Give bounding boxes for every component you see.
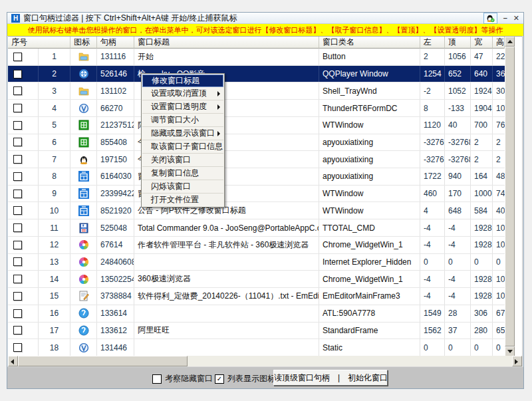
table-cell: -4 <box>420 237 445 253</box>
read-handles-button[interactable]: 读顶级窗口句柄 | 初始化窗口列表 <box>273 370 388 386</box>
row-checkbox[interactable] <box>13 223 22 232</box>
table-cell: 开始 <box>134 49 319 65</box>
context-menu-item[interactable]: 设置窗口透明度 <box>142 100 223 114</box>
column-header[interactable]: 宽 <box>471 37 493 49</box>
context-menu-item[interactable]: 调节窗口大小 <box>142 114 223 127</box>
table-row[interactable]: 1324840608Internet Explorer_Hidden0000 <box>8 254 505 271</box>
row-checkbox[interactable] <box>13 190 22 198</box>
row-checkbox[interactable] <box>13 292 22 301</box>
scroll-down-button[interactable] <box>505 346 515 356</box>
context-menu-item[interactable]: 修改窗口标题 <box>142 74 223 87</box>
table-row[interactable]: 108521920公告 - 阿P软件之修改窗口标题WTWindow4648584… <box>8 202 505 219</box>
column-header[interactable]: 图标 <box>70 37 97 49</box>
table-cell: Button <box>319 49 420 65</box>
context-menu-item[interactable]: 复制窗口信息 <box>142 167 223 180</box>
column-header[interactable]: 顶 <box>445 37 471 49</box>
horizontal-scrollbar[interactable] <box>8 356 522 366</box>
context-menu-item[interactable]: 隐藏或显示该窗口 <box>142 127 223 140</box>
row-checkbox[interactable] <box>13 275 22 283</box>
row-checkbox[interactable] <box>13 121 22 130</box>
column-header[interactable]: 窗口标题 <box>134 37 319 49</box>
table-cell: -4 <box>420 288 445 305</box>
column-header[interactable]: 窗口类名 <box>319 37 420 49</box>
row-checkbox[interactable] <box>13 257 22 266</box>
column-header[interactable]: 高 <box>493 37 505 49</box>
footer-panel: 考察隐藏窗口 列表显示图标 读顶级窗口句柄 | 初始化窗口列表 <box>7 366 523 388</box>
scroll-right-button[interactable] <box>512 356 522 366</box>
table-row[interactable]: 18131446Static0000 <box>8 339 505 356</box>
table-cell: 阿里旺旺 <box>134 323 319 339</box>
table-cell: 0 <box>445 339 471 356</box>
table-row[interactable]: 3131102Shell_TrayWnd-21052192430 <box>8 82 505 100</box>
context-menu-item[interactable]: 闪烁该窗口 <box>142 180 223 194</box>
row-checkbox[interactable] <box>13 206 22 215</box>
column-header[interactable]: 序号 <box>8 37 70 49</box>
row-checkbox[interactable] <box>13 241 22 249</box>
row-checkbox[interactable] <box>13 86 22 95</box>
titlebar: H 窗口句柄过滤器 | 按下 Ctrl+Shift+Alt+A键 开始/终止捕获… <box>7 13 523 24</box>
table-cell: 作者软件管理平台 - 非凡软件站 - 360极速浏览器 <box>134 237 319 253</box>
show-icons-checkbox[interactable] <box>215 374 224 384</box>
row-checkbox[interactable] <box>13 104 22 112</box>
table-row[interactable]: 923399422窗……WTWindow460170100074 <box>8 186 505 203</box>
table-cell: 0 <box>420 339 445 356</box>
table-cell: 360极速浏览器 <box>134 271 319 287</box>
table-cell <box>70 168 97 185</box>
row-checkbox[interactable] <box>13 53 22 61</box>
table-row[interactable]: 1267614作者软件管理平台 - 非凡软件站 - 360极速浏览器Chrome… <box>8 237 505 254</box>
minimize-button[interactable]: – <box>503 13 507 23</box>
folder-icon <box>78 51 89 62</box>
scroll-left-button[interactable] <box>8 356 18 366</box>
table-cell: 306 <box>471 305 493 322</box>
row-checkbox[interactable] <box>13 138 22 146</box>
table-cell: StandardFrame <box>319 323 420 339</box>
context-menu-item[interactable]: 设置或取消置顶 <box>142 87 223 100</box>
table-row[interactable]: 153738884软件得利_定做费_20140226-（11041）.txt -… <box>8 288 505 305</box>
table-row[interactable]: 6855408今……apyouxiatixing-32768-3276822 <box>8 134 505 152</box>
table-cell: 133612 <box>97 323 134 339</box>
table-row[interactable]: 7197150今……apyouxiatixing-32768-3276822 <box>8 151 505 168</box>
green-grid-icon <box>78 137 89 148</box>
row-checkbox[interactable] <box>13 343 22 352</box>
table-cell <box>70 288 97 305</box>
table-cell: 18 <box>39 339 70 356</box>
table-row[interactable]: 1413502254360极速浏览器Chrome_WidgetWin_1-4-4… <box>8 271 505 288</box>
table-cell: -32768 <box>420 151 445 168</box>
wangwang-icon <box>78 308 89 319</box>
table-cell: -2 <box>420 82 445 99</box>
table-cell: WTWindow <box>319 186 420 202</box>
table-row[interactable]: 466270ThunderRT6FormDC8-133190410 <box>8 100 505 117</box>
row-checkbox[interactable] <box>13 172 22 181</box>
table-row[interactable]: 521237512阿……790042182WTWindow11204070076 <box>8 117 505 134</box>
table-cell: 1052 <box>445 82 471 99</box>
context-menu-item[interactable]: 取该窗口子窗口信息 <box>142 140 223 154</box>
vertical-scroll-thumb[interactable] <box>505 47 515 346</box>
close-button[interactable]: ✕ <box>513 13 519 23</box>
scroll-up-button[interactable] <box>505 37 515 47</box>
vertical-scrollbar[interactable] <box>505 37 515 356</box>
table-cell: apyouxiatixing <box>319 168 420 185</box>
table-row[interactable]: 2526146检……kv - QQ影音QQPlayer Window125465… <box>8 66 505 83</box>
row-checkbox[interactable] <box>13 70 22 78</box>
context-menu-item[interactable]: 关闭该窗口 <box>142 154 223 167</box>
table-cell: 855408 <box>97 134 134 151</box>
row-checkbox[interactable] <box>13 155 22 164</box>
context-menu-item[interactable]: 打开文件位置 <box>142 194 223 206</box>
table-cell: 1928 <box>471 219 493 236</box>
column-header[interactable]: 左 <box>420 37 445 49</box>
table-row[interactable]: 17133612阿里旺旺StandardFrame15623728065 <box>8 323 505 340</box>
table-row[interactable]: 11525048Total Commander 9.0a - JooSeng@P… <box>8 219 505 237</box>
qq-status-icon[interactable] <box>483 13 497 24</box>
horizontal-scroll-thumb[interactable] <box>18 356 188 366</box>
table-cell: 1924 <box>471 82 493 99</box>
table-cell: -4 <box>445 288 471 305</box>
hidden-windows-checkbox[interactable] <box>152 374 162 384</box>
table-cell: 526146 <box>97 66 134 82</box>
column-header[interactable]: 句柄 <box>97 37 134 49</box>
table-row[interactable]: 86164030窗……apyouxiatixing172294016448 <box>8 168 505 186</box>
table-cell: 12 <box>39 237 70 253</box>
table-row[interactable]: 1131116开始Button210564722 <box>8 49 505 66</box>
row-checkbox[interactable] <box>13 309 22 318</box>
table-row[interactable]: 16133614ATL:590A777815492830667 <box>8 305 505 323</box>
row-checkbox[interactable] <box>13 326 22 334</box>
